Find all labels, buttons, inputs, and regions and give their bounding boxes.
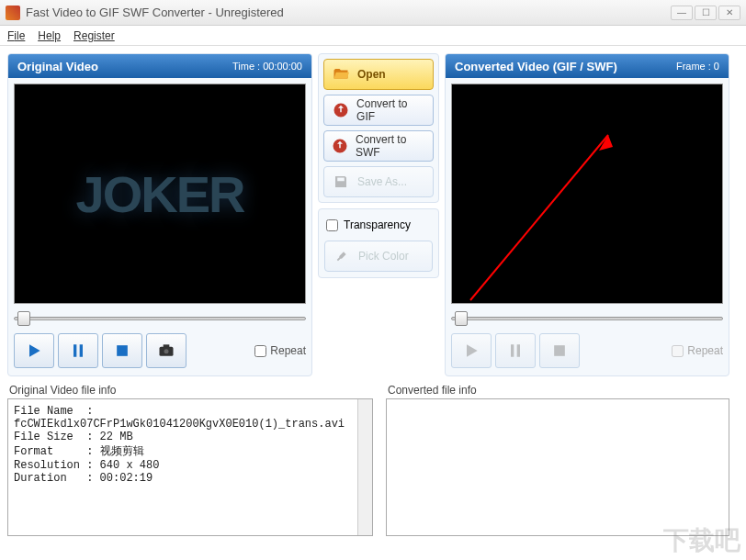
- menu-register[interactable]: Register: [73, 29, 115, 42]
- converted-video-panel: Converted Video (GIF / SWF) Frame : 0 Re…: [445, 53, 729, 376]
- convert-swf-button[interactable]: Convert to SWF: [323, 130, 434, 162]
- convert-gif-button[interactable]: Convert to GIF: [323, 95, 434, 126]
- save-as-label: Save As...: [357, 175, 407, 188]
- original-file-info-label: Original Video file info: [7, 384, 373, 397]
- original-file-info-box: Original Video file info File Name : fcC…: [7, 384, 373, 536]
- convert-swf-label: Convert to SWF: [356, 133, 425, 159]
- menubar: File Help Register: [0, 26, 746, 46]
- preview-content: JOKER: [76, 164, 244, 224]
- original-seek-slider[interactable]: [14, 309, 306, 328]
- maximize-button[interactable]: ☐: [695, 6, 717, 20]
- original-video-title: Original Video: [17, 60, 98, 73]
- converted-repeat-label: Repeat: [687, 344, 723, 357]
- play-button[interactable]: [14, 333, 54, 368]
- original-repeat-label: Repeat: [270, 344, 306, 357]
- svg-rect-3: [164, 344, 170, 347]
- transparency-label: Transparency: [344, 218, 411, 231]
- minimize-button[interactable]: —: [671, 6, 693, 20]
- original-file-info-text[interactable]: File Name : fcCWIEkdlx07CFrP1wGk01041200…: [7, 398, 373, 536]
- original-video-time: Time : 00:00:00: [232, 61, 302, 72]
- eyedropper-icon: [333, 247, 351, 265]
- convert-gif-label: Convert to GIF: [356, 97, 425, 123]
- converted-video-header: Converted Video (GIF / SWF) Frame : 0: [446, 54, 729, 78]
- converted-stop-button: [539, 333, 580, 368]
- titlebar: Fast Video to GIF SWF Converter - Unregi…: [0, 0, 746, 26]
- original-video-panel: Original Video Time : 00:00:00 JOKER Rep…: [7, 53, 312, 376]
- stop-button[interactable]: [102, 333, 142, 368]
- converted-seek-thumb[interactable]: [455, 311, 468, 326]
- scrollbar[interactable]: [357, 399, 372, 535]
- pause-button[interactable]: [58, 333, 98, 368]
- folder-open-icon: [332, 65, 350, 84]
- converted-file-info-box: Converted file info: [386, 384, 729, 536]
- save-icon: [332, 173, 350, 191]
- converted-pause-button: [495, 333, 536, 368]
- open-button[interactable]: Open: [323, 59, 434, 90]
- original-video-preview: JOKER: [14, 84, 306, 304]
- save-as-button: Save As...: [323, 166, 434, 197]
- convert-gif-icon: [332, 101, 349, 119]
- converted-frame-label: Frame : 0: [676, 61, 719, 72]
- converted-repeat-checkbox: [672, 345, 684, 357]
- converted-file-info-text[interactable]: [386, 398, 729, 536]
- original-seek-thumb[interactable]: [17, 311, 30, 326]
- options-panel: Transparency Pick Color: [318, 208, 439, 278]
- close-button[interactable]: ✕: [718, 6, 740, 20]
- svg-marker-5: [599, 135, 613, 151]
- converted-play-button: [451, 333, 492, 368]
- converted-seek-slider[interactable]: [451, 309, 723, 328]
- svg-rect-0: [117, 345, 128, 356]
- original-video-header: Original Video Time : 00:00:00: [8, 54, 311, 78]
- svg-line-4: [470, 135, 608, 300]
- window-title: Fast Video to GIF SWF Converter - Unregi…: [26, 6, 671, 19]
- svg-rect-6: [554, 345, 565, 356]
- annotation-arrow: [452, 84, 718, 304]
- converted-file-info-label: Converted file info: [386, 384, 729, 397]
- convert-swf-icon: [332, 137, 348, 155]
- open-label: Open: [357, 68, 386, 81]
- original-repeat-checkbox[interactable]: [254, 345, 266, 357]
- app-icon: [6, 6, 20, 20]
- pick-color-label: Pick Color: [358, 250, 409, 263]
- snapshot-button[interactable]: [146, 333, 186, 368]
- svg-point-2: [164, 349, 169, 353]
- transparency-checkbox[interactable]: [326, 219, 338, 231]
- menu-file[interactable]: File: [7, 29, 25, 42]
- converted-video-title: Converted Video (GIF / SWF): [455, 60, 617, 73]
- converted-video-preview: [451, 84, 723, 304]
- actions-panel: Open Convert to GIF Convert to SWF Save …: [318, 53, 439, 203]
- menu-help[interactable]: Help: [38, 29, 61, 42]
- pick-color-button: Pick Color: [324, 241, 433, 272]
